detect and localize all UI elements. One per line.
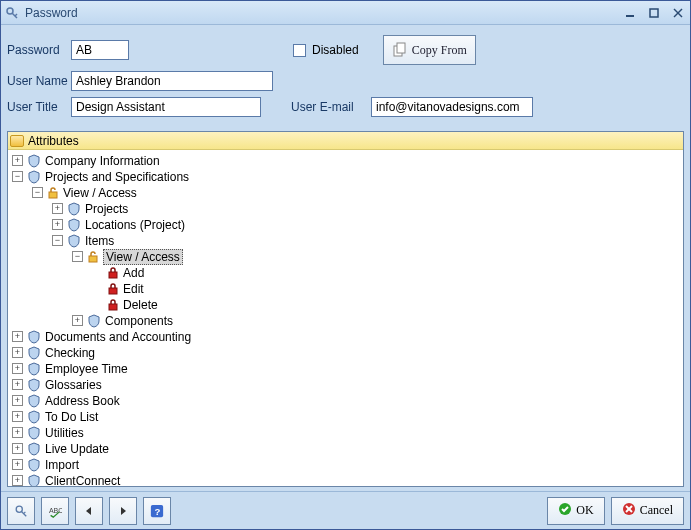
tree-root-label: Attributes <box>28 134 79 148</box>
expand-icon[interactable]: + <box>52 219 63 230</box>
minimize-button[interactable] <box>622 6 638 20</box>
key-icon <box>5 6 19 20</box>
lock-icon <box>107 283 119 295</box>
tree-item[interactable]: Items <box>85 234 114 248</box>
expand-icon[interactable]: + <box>12 427 23 438</box>
tree-item[interactable]: Utilities <box>45 426 84 440</box>
expand-icon[interactable]: + <box>12 155 23 166</box>
svg-line-16 <box>24 511 26 513</box>
tree-item[interactable]: Edit <box>123 282 144 296</box>
collapse-icon[interactable]: − <box>32 187 43 198</box>
tree-item[interactable]: To Do List <box>45 410 98 424</box>
folder-icon <box>10 135 24 147</box>
email-label: User E-mail <box>291 100 371 114</box>
ok-button[interactable]: OK <box>547 497 604 525</box>
expand-icon[interactable]: + <box>12 411 23 422</box>
shield-icon <box>27 378 41 392</box>
tree-item[interactable]: ClientConnect <box>45 474 120 487</box>
expand-icon[interactable]: + <box>12 379 23 390</box>
collapse-icon[interactable]: − <box>52 235 63 246</box>
shield-icon <box>27 410 41 424</box>
expand-icon[interactable]: + <box>12 459 23 470</box>
expand-icon[interactable]: + <box>12 475 23 486</box>
shield-icon <box>27 426 41 440</box>
tree-item[interactable]: Projects and Specifications <box>45 170 189 184</box>
shield-icon <box>27 394 41 408</box>
tree-panel[interactable]: Attributes +Company Information −Project… <box>7 131 684 487</box>
tree-item[interactable]: View / Access <box>63 186 137 200</box>
svg-rect-11 <box>109 272 117 278</box>
tree-item[interactable]: Company Information <box>45 154 160 168</box>
lock-icon <box>107 267 119 279</box>
tree-item[interactable]: Components <box>105 314 173 328</box>
svg-rect-10 <box>89 256 97 262</box>
expand-icon[interactable]: + <box>12 443 23 454</box>
key-tool-button[interactable] <box>7 497 35 525</box>
form-area: Password Disabled Copy From User Name Us… <box>1 25 690 129</box>
titlebar: Password <box>1 1 690 25</box>
shield-icon <box>67 234 81 248</box>
svg-text:ABC: ABC <box>49 506 62 513</box>
tree-item[interactable]: Projects <box>85 202 128 216</box>
svg-rect-12 <box>109 288 117 294</box>
unlock-icon <box>47 187 59 199</box>
password-input[interactable] <box>71 40 129 60</box>
disabled-label: Disabled <box>312 43 359 57</box>
tree-item[interactable]: Employee Time <box>45 362 128 376</box>
cancel-icon <box>622 502 636 520</box>
cancel-button[interactable]: Cancel <box>611 497 684 525</box>
collapse-icon[interactable]: − <box>12 171 23 182</box>
help-button[interactable]: ? <box>143 497 171 525</box>
svg-text:?: ? <box>154 505 160 516</box>
shield-icon <box>67 218 81 232</box>
shield-icon <box>27 170 41 184</box>
disabled-checkbox[interactable] <box>293 44 306 57</box>
password-label: Password <box>7 43 71 57</box>
spellcheck-button[interactable]: ABC <box>41 497 69 525</box>
tree-item[interactable]: Documents and Accounting <box>45 330 191 344</box>
expand-icon[interactable]: + <box>52 203 63 214</box>
email-input[interactable] <box>371 97 533 117</box>
shield-icon <box>27 474 41 487</box>
prev-button[interactable] <box>75 497 103 525</box>
tree-item[interactable]: Glossaries <box>45 378 102 392</box>
shield-icon <box>87 314 101 328</box>
lock-icon <box>107 299 119 311</box>
window-title: Password <box>25 6 622 20</box>
expand-icon[interactable]: + <box>72 315 83 326</box>
next-button[interactable] <box>109 497 137 525</box>
expand-icon[interactable]: + <box>12 347 23 358</box>
svg-rect-9 <box>49 192 57 198</box>
unlock-icon <box>87 251 99 263</box>
svg-line-2 <box>15 14 17 16</box>
check-icon <box>558 502 572 520</box>
tree-item[interactable]: Add <box>123 266 144 280</box>
tree-item[interactable]: Delete <box>123 298 158 312</box>
tree-item[interactable]: Checking <box>45 346 95 360</box>
shield-icon <box>27 458 41 472</box>
footer: ABC ? OK Cancel <box>1 491 690 529</box>
expand-icon[interactable]: + <box>12 395 23 406</box>
close-button[interactable] <box>670 6 686 20</box>
svg-point-14 <box>16 506 22 512</box>
maximize-button[interactable] <box>646 6 662 20</box>
shield-icon <box>27 442 41 456</box>
username-input[interactable] <box>71 71 273 91</box>
tree-item[interactable]: Address Book <box>45 394 120 408</box>
username-label: User Name <box>7 74 71 88</box>
tree-item[interactable]: Locations (Project) <box>85 218 185 232</box>
shield-icon <box>27 154 41 168</box>
svg-rect-8 <box>397 43 405 53</box>
tree-item[interactable]: Live Update <box>45 442 109 456</box>
collapse-icon[interactable]: − <box>72 251 83 262</box>
shield-icon <box>27 346 41 360</box>
tree-item-selected[interactable]: View / Access <box>103 249 183 265</box>
usertitle-input[interactable] <box>71 97 261 117</box>
shield-icon <box>67 202 81 216</box>
expand-icon[interactable]: + <box>12 363 23 374</box>
copy-from-button[interactable]: Copy From <box>383 35 476 65</box>
tree-item[interactable]: Import <box>45 458 79 472</box>
password-dialog: Password Password Disabled Copy From Use… <box>0 0 691 530</box>
expand-icon[interactable]: + <box>12 331 23 342</box>
svg-rect-4 <box>650 9 658 17</box>
